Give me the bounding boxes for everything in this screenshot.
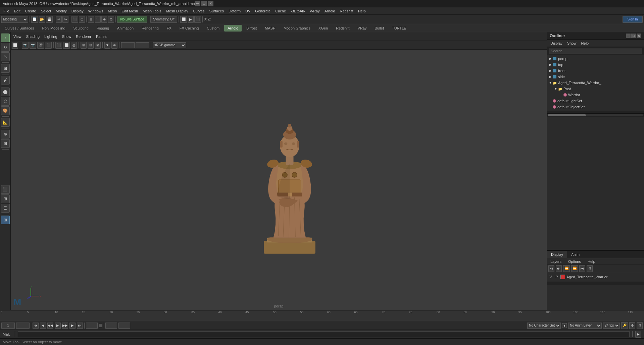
outliner-maximize-btn[interactable]: □ <box>631 34 636 38</box>
char-set-icon[interactable]: ▼ <box>562 323 567 328</box>
layer-color-indicator[interactable] <box>560 275 565 279</box>
vp-cam2-btn[interactable]: 📷 <box>30 42 36 49</box>
key-options-btn[interactable]: ⚙ <box>629 322 635 329</box>
paint-sel-btn[interactable]: 🖌 <box>1 76 10 84</box>
symmetry-btn[interactable]: Symmetry: Off <box>150 16 177 23</box>
play-btn[interactable]: ▶ <box>55 323 61 329</box>
menu-create[interactable]: Create <box>23 8 38 14</box>
outliner-scroll-track[interactable] <box>548 114 643 116</box>
da-play-btn[interactable]: ⏭ <box>556 265 562 272</box>
tab-turtle[interactable]: TURTLE <box>389 25 410 32</box>
rotate-tool-btn[interactable]: ↻ <box>1 43 10 52</box>
anim-layer-selector[interactable]: No Anim Layer <box>568 323 602 329</box>
lower-panel-scrollbar[interactable] <box>547 282 644 284</box>
layer-p-btn[interactable]: P <box>554 275 559 279</box>
vp-menu-panels[interactable]: Panels <box>95 34 109 39</box>
sign-in-btn[interactable]: Sign In <box>623 16 643 23</box>
fps-selector[interactable]: 24 fps <box>603 323 620 329</box>
auto-key-btn[interactable]: 🔑 <box>621 322 628 329</box>
maximize-button[interactable]: □ <box>201 1 207 6</box>
tab-bullet[interactable]: Bullet <box>371 25 388 32</box>
undo-btn[interactable]: ↩ <box>56 16 62 23</box>
menu-arnold[interactable]: Arnold <box>323 8 337 14</box>
minimize-button[interactable]: ─ <box>195 1 200 6</box>
menu-3dtoall[interactable]: -3DtoAll- <box>289 8 307 14</box>
outliner-search-input[interactable] <box>549 48 642 54</box>
go-end-btn[interactable]: ⏭ <box>77 323 83 329</box>
anim-tab[interactable]: Anim <box>567 251 584 258</box>
layer-v-btn[interactable]: V <box>548 275 553 279</box>
show-manip-btn[interactable]: ⊕ <box>1 130 10 138</box>
vp-cam3-btn[interactable]: 🎬 <box>37 42 44 49</box>
display-tab[interactable]: Display <box>547 251 567 258</box>
tree-item-side[interactable]: ▶ side <box>547 74 644 80</box>
menu-vray[interactable]: V-Ray <box>308 8 322 14</box>
menu-generate[interactable]: Generate <box>253 8 273 14</box>
render-grid-btn[interactable]: ⊞ <box>1 194 10 203</box>
scale-tool-btn[interactable]: ⤡ <box>1 52 10 61</box>
vp-select-btn[interactable]: ⬜ <box>12 42 18 49</box>
menu-file[interactable]: File <box>1 8 11 14</box>
new-file-btn[interactable]: 📄 <box>31 16 38 23</box>
char-set-selector[interactable]: No Character Set <box>527 323 561 329</box>
mel-input[interactable] <box>18 331 630 337</box>
outliner-menu-display[interactable]: Display <box>548 41 564 46</box>
play-fwd-btn[interactable]: ▶▶ <box>62 323 68 329</box>
snap-point-btn[interactable]: ⊕ <box>101 16 107 23</box>
measure-tool-btn[interactable]: 📐 <box>1 118 10 127</box>
outliner-menu-help[interactable]: Help <box>579 41 591 46</box>
tab-sculpting[interactable]: Sculpting <box>70 25 92 32</box>
vp-grid2-btn[interactable]: ⊟ <box>88 42 94 49</box>
menu-deform[interactable]: Deform <box>227 8 243 14</box>
vp-grid3-btn[interactable]: ⊠ <box>95 42 101 49</box>
paint-attr-btn[interactable]: 🎨 <box>1 106 10 115</box>
menu-mesh[interactable]: Mesh <box>106 8 119 14</box>
da-step-fwd-btn[interactable]: ⏩ <box>571 265 578 272</box>
current-frame-input[interactable]: 1 <box>1 323 15 329</box>
menu-edit-mesh[interactable]: Edit Mesh <box>119 8 140 14</box>
last-tool-btn[interactable]: ⊞ <box>1 64 10 73</box>
redo-btn[interactable]: ↪ <box>62 16 68 23</box>
vp-menu-lighting[interactable]: Lighting <box>43 34 59 39</box>
da-options-menu[interactable]: Options <box>566 259 583 264</box>
tab-xgen[interactable]: XGen <box>315 25 331 32</box>
snap-surface-btn[interactable]: ⊙ <box>108 16 114 23</box>
tree-item-default-light-set[interactable]: defaultLightSet <box>547 98 644 104</box>
vp-shade-btn[interactable]: ⬛ <box>55 42 62 49</box>
no-live-surface-btn[interactable]: No Live Surface <box>117 16 147 23</box>
tab-bifrost[interactable]: Bifrost <box>243 25 260 32</box>
tab-animation[interactable]: Animation <box>114 25 137 32</box>
tree-item-warrior[interactable]: Warrior <box>547 92 644 98</box>
anim-start-input[interactable]: 120 <box>105 323 117 329</box>
tab-curves-surfaces[interactable]: Curves / Surfaces <box>1 25 37 32</box>
vp-menu-view[interactable]: View <box>12 34 23 39</box>
transform-btn[interactable]: ⊞ <box>1 139 10 148</box>
da-prev-btn[interactable]: ⏮ <box>548 265 554 272</box>
mel-exec-btn[interactable]: ▶ <box>635 331 641 338</box>
vp-y-value[interactable]: 1.00 <box>136 42 149 48</box>
vp-xray-btn[interactable]: ◎ <box>71 42 77 49</box>
tab-motion-graphics[interactable]: Motion Graphics <box>280 25 314 32</box>
outliner-minimize-btn[interactable]: ─ <box>626 34 631 38</box>
menu-help[interactable]: Help <box>356 8 368 14</box>
menu-modify[interactable]: Modify <box>54 8 68 14</box>
tab-rendering[interactable]: Rendering <box>138 25 162 32</box>
vp-menu-renderer[interactable]: Renderer <box>75 34 93 39</box>
move-tool-btn[interactable]: ↕ <box>1 34 10 42</box>
tree-item-aged-warrior[interactable]: ▼ 📁 Aged_Terracotta_Warrior_ <box>547 80 644 86</box>
vp-cam4-btn[interactable]: ⬛ <box>45 42 52 49</box>
canvas-area[interactable]: persp M X Y Z <box>11 50 547 310</box>
da-options-btn[interactable]: ⚙ <box>587 265 593 272</box>
render-view-btn[interactable]: ⬛ <box>1 185 10 194</box>
vp-x-value[interactable]: 0.00 <box>121 42 135 48</box>
gamma-selector[interactable]: sRGB gamma <box>153 42 186 48</box>
menu-mesh-tools[interactable]: Mesh Tools <box>141 8 163 14</box>
tree-item-front[interactable]: ▶ front <box>547 68 644 74</box>
outliner-scrollbar[interactable] <box>547 113 644 117</box>
anim-end-input[interactable]: 200 <box>118 323 130 329</box>
go-start-btn[interactable]: ⏮ <box>33 323 39 329</box>
menu-edit[interactable]: Edit <box>12 8 22 14</box>
render-btn[interactable]: ▶ <box>188 16 194 23</box>
close-button[interactable]: ✕ <box>208 1 213 6</box>
da-layers-menu[interactable]: Layers <box>548 259 563 264</box>
